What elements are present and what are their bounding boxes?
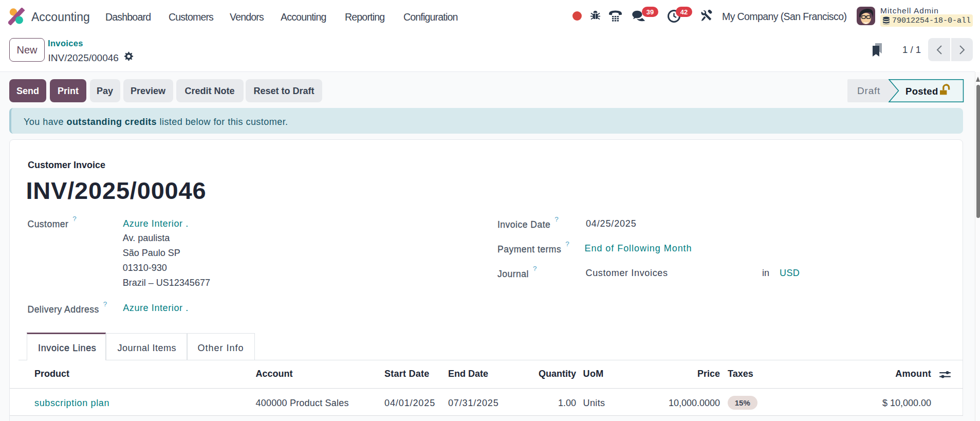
svg-text:Posted: Posted <box>905 86 938 97</box>
svg-text:Draft: Draft <box>857 85 880 96</box>
